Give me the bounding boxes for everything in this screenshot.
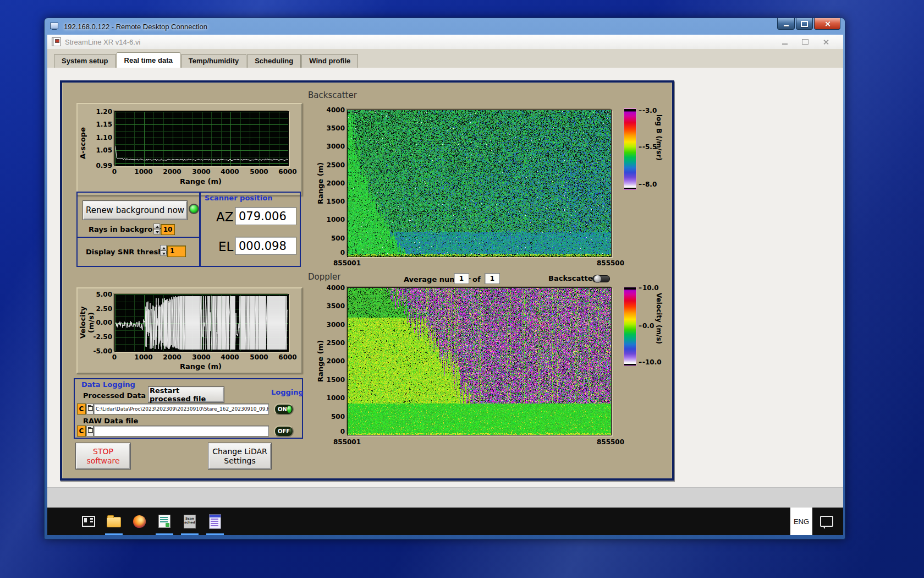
raw-path-field[interactable] xyxy=(94,426,269,437)
tab-scheduling[interactable]: Scheduling xyxy=(247,54,301,68)
doppler-ytick: 3000 xyxy=(326,321,345,329)
backscatter-display-toggle[interactable] xyxy=(592,275,610,282)
velocity-x-axis-label: Range (m) xyxy=(146,362,256,370)
doppler-ytick: 1000 xyxy=(326,394,345,402)
vi-minimize-icon[interactable] xyxy=(782,43,788,45)
backscatter-ytick: 2500 xyxy=(326,161,345,169)
on-label: ON xyxy=(278,406,287,412)
ascope-xtick: 2000 xyxy=(161,168,183,176)
taskbar-notepad-app-button[interactable] xyxy=(157,510,172,532)
folder-icon xyxy=(107,517,121,527)
doppler-colorbar xyxy=(624,287,636,366)
doppler-colorbar-tick: 10.0 xyxy=(639,284,659,292)
ascope-ytick: 1.15 xyxy=(87,121,112,128)
maximize-button[interactable] xyxy=(796,18,813,30)
doppler-xtick-left: 855001 xyxy=(325,438,369,446)
tab-system-setup[interactable]: System setup xyxy=(54,54,116,68)
stop-label-line2: software xyxy=(86,456,119,466)
rays-value-field[interactable]: 10 xyxy=(161,224,175,235)
maximize-icon xyxy=(801,21,808,27)
backscatter-colorbar-tick: -5.5 xyxy=(639,143,657,151)
close-button[interactable] xyxy=(814,18,840,30)
az-label: AZ xyxy=(216,210,234,224)
processed-browse-icon[interactable] xyxy=(86,403,94,415)
restart-processed-file-button[interactable]: Restart processed file xyxy=(148,387,224,402)
minimize-button[interactable] xyxy=(777,18,795,30)
taskbar-file-explorer-button[interactable] xyxy=(107,510,121,532)
ascope-xtick: 3000 xyxy=(190,168,212,176)
background-controls-box: Renew background now Rays in background … xyxy=(76,192,200,238)
velocity-graph-frame: Velocity (m/s) 5.00 2.50 0.00 -2.50 -5.0… xyxy=(76,287,302,374)
off-label: OFF xyxy=(278,428,290,434)
ascope-xtick: 5000 xyxy=(248,168,270,176)
change-lidar-settings-button[interactable]: Change LiDAR Settings xyxy=(208,443,271,469)
doppler-ytick: 2500 xyxy=(326,339,345,347)
velocity-xtick: 3000 xyxy=(190,353,212,361)
backscatter-colorbar-label: log B (/m/sr) xyxy=(655,114,663,186)
tab-temp-humidity[interactable]: Temp/humidity xyxy=(181,54,246,68)
active-app-underline xyxy=(105,533,123,535)
backscatter-xtick-left: 855001 xyxy=(325,259,369,267)
rays-spinner[interactable] xyxy=(153,223,160,235)
ascope-xtick: 0 xyxy=(103,168,125,176)
ascope-ytick: 1.10 xyxy=(87,134,112,141)
data-logging-box: Data Logging Processed Data file Restart… xyxy=(74,378,303,439)
of-label: of xyxy=(472,275,481,283)
processed-path-field[interactable]: C:\Lidar\Data\Proc\2023\202309\20230910\… xyxy=(94,403,269,415)
tab-real-time-data[interactable]: Real time data xyxy=(117,52,180,68)
backscatter-ytick: 1500 xyxy=(326,198,345,205)
velocity-xtick: 0 xyxy=(103,353,125,361)
panel-lower-margin xyxy=(47,487,843,509)
raw-drive-box[interactable]: C xyxy=(77,426,86,437)
snr-value-field[interactable]: 1 xyxy=(167,246,186,257)
velocity-xtick: 1000 xyxy=(133,353,155,361)
average-total-field[interactable]: 1 xyxy=(485,273,500,284)
doppler-ytick: 2000 xyxy=(326,357,345,365)
raw-logging-toggle[interactable]: OFF xyxy=(274,426,294,437)
velocity-ytick: 5.00 xyxy=(85,291,112,298)
desktop-background: 192.168.0.122 - Remote Desktop Connectio… xyxy=(0,0,924,578)
taskbar-striped-document-button[interactable] xyxy=(208,510,222,532)
average-number-field[interactable]: 1 xyxy=(454,273,469,284)
ascope-plot xyxy=(114,111,289,166)
backscatter-colorbar xyxy=(624,108,636,190)
rdp-titlebar[interactable]: 192.168.0.122 - Remote Desktop Connectio… xyxy=(45,18,845,35)
active-app-underline xyxy=(206,533,224,535)
backscatter-colorbar-tick: -8.0 xyxy=(639,181,657,188)
main-beige-panel: A-scope 1.20 1.15 1.10 1.05 0.99 0 1000 … xyxy=(60,80,674,481)
raw-browse-icon[interactable] xyxy=(86,426,94,437)
scan-sched-icon: Scan sched xyxy=(184,515,196,528)
taskbar-scan-sched-button[interactable]: Scan sched xyxy=(183,510,197,532)
renew-background-button[interactable]: Renew background now xyxy=(83,201,187,220)
vi-window-title: StreamLine XR v14-6.vi xyxy=(65,38,140,46)
el-value-field: 000.098 xyxy=(235,237,296,255)
velocity-xtick: 2000 xyxy=(161,353,183,361)
taskview-icon xyxy=(82,516,95,527)
data-logging-title: Data Logging xyxy=(81,380,135,389)
taskbar-firefox-button[interactable] xyxy=(132,510,146,532)
taskbar-taskview-button[interactable] xyxy=(81,510,96,532)
backscatter-title: Backscatter xyxy=(308,90,357,100)
doppler-ytick: 500 xyxy=(326,413,345,421)
doppler-xtick-right: 855500 xyxy=(588,438,632,446)
vi-close-icon[interactable] xyxy=(823,39,829,45)
processed-drive-box[interactable]: C xyxy=(77,403,86,415)
ascope-graph-frame: A-scope 1.20 1.15 1.10 1.05 0.99 0 1000 … xyxy=(76,103,302,196)
notepad-app-icon xyxy=(158,515,170,528)
velocity-ytick: -2.50 xyxy=(85,333,112,341)
processed-logging-toggle[interactable]: ON xyxy=(274,403,294,415)
vi-maximize-icon[interactable] xyxy=(802,39,809,45)
vi-titlebar[interactable]: StreamLine XR v14-6.vi xyxy=(47,35,843,50)
notification-bubble-icon[interactable] xyxy=(820,516,833,527)
ascope-xtick: 6000 xyxy=(277,168,299,176)
language-indicator[interactable]: ENG xyxy=(790,508,812,535)
stop-software-button[interactable]: STOP software xyxy=(76,443,130,469)
ascope-xtick: 1000 xyxy=(133,168,155,176)
snr-spinner[interactable] xyxy=(160,245,167,257)
backscatter-heatmap xyxy=(347,110,612,257)
ascope-xtick: 4000 xyxy=(219,168,241,176)
backscatter-ytick: 3500 xyxy=(326,124,345,132)
tab-wind-profile[interactable]: Wind profile xyxy=(301,54,358,68)
doppler-heatmap xyxy=(347,287,612,435)
vi-front-panel: A-scope 1.20 1.15 1.10 1.05 0.99 0 1000 … xyxy=(47,68,843,509)
